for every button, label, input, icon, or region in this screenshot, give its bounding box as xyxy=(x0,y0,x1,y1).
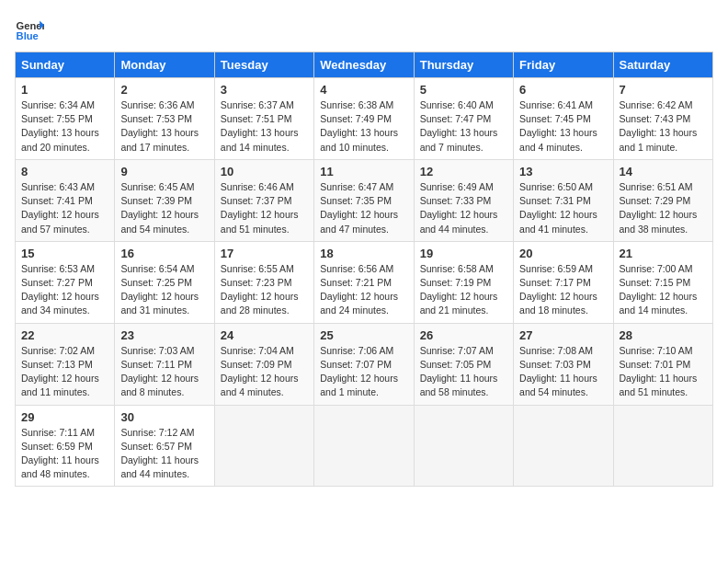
day-info: Sunrise: 6:54 AMSunset: 7:25 PMDaylight:… xyxy=(120,262,208,318)
day-info: Sunrise: 7:08 AMSunset: 7:03 PMDaylight:… xyxy=(519,344,607,400)
week-row-4: 22 Sunrise: 7:02 AMSunset: 7:13 PMDaylig… xyxy=(16,323,713,405)
day-info: Sunrise: 6:45 AMSunset: 7:39 PMDaylight:… xyxy=(120,180,208,236)
day-number: 26 xyxy=(420,328,507,342)
day-number: 29 xyxy=(21,410,108,424)
day-cell: 9 Sunrise: 6:45 AMSunset: 7:39 PMDayligh… xyxy=(115,159,214,241)
day-cell: 17 Sunrise: 6:55 AMSunset: 7:23 PMDaylig… xyxy=(214,241,313,323)
col-header-monday: Monday xyxy=(115,52,214,78)
day-cell: 23 Sunrise: 7:03 AMSunset: 7:11 PMDaylig… xyxy=(115,323,214,405)
day-number: 14 xyxy=(620,165,707,178)
day-cell: 5 Sunrise: 6:40 AMSunset: 7:47 PMDayligh… xyxy=(414,78,513,160)
day-info: Sunrise: 6:38 AMSunset: 7:49 PMDaylight:… xyxy=(320,98,407,155)
day-info: Sunrise: 7:04 AMSunset: 7:09 PMDaylight:… xyxy=(221,344,308,400)
day-cell: 15 Sunrise: 6:53 AMSunset: 7:27 PMDaylig… xyxy=(16,241,115,323)
day-cell xyxy=(414,405,513,487)
day-cell: 10 Sunrise: 6:46 AMSunset: 7:37 PMDaylig… xyxy=(214,159,313,241)
day-number: 27 xyxy=(519,328,607,342)
day-cell: 28 Sunrise: 7:10 AMSunset: 7:01 PMDaylig… xyxy=(613,323,712,405)
day-info: Sunrise: 6:36 AMSunset: 7:53 PMDaylight:… xyxy=(120,98,208,155)
day-info: Sunrise: 6:47 AMSunset: 7:35 PMDaylight:… xyxy=(320,180,407,236)
day-cell xyxy=(314,405,414,487)
day-info: Sunrise: 6:49 AMSunset: 7:33 PMDaylight:… xyxy=(420,180,507,236)
week-row-2: 8 Sunrise: 6:43 AMSunset: 7:41 PMDayligh… xyxy=(16,159,713,241)
day-number: 13 xyxy=(519,165,607,178)
day-cell: 11 Sunrise: 6:47 AMSunset: 7:35 PMDaylig… xyxy=(314,159,414,241)
day-cell: 19 Sunrise: 6:58 AMSunset: 7:19 PMDaylig… xyxy=(414,241,513,323)
day-cell: 24 Sunrise: 7:04 AMSunset: 7:09 PMDaylig… xyxy=(214,323,313,405)
day-info: Sunrise: 6:53 AMSunset: 7:27 PMDaylight:… xyxy=(21,262,108,318)
day-number: 22 xyxy=(21,328,108,342)
day-cell: 18 Sunrise: 6:56 AMSunset: 7:21 PMDaylig… xyxy=(314,241,414,323)
day-number: 11 xyxy=(320,165,407,178)
page-header: General Blue xyxy=(15,15,713,44)
day-cell: 25 Sunrise: 7:06 AMSunset: 7:07 PMDaylig… xyxy=(314,323,414,405)
week-row-5: 29 Sunrise: 7:11 AMSunset: 6:59 PMDaylig… xyxy=(16,405,713,487)
day-cell: 27 Sunrise: 7:08 AMSunset: 7:03 PMDaylig… xyxy=(514,323,613,405)
col-header-wednesday: Wednesday xyxy=(314,52,414,78)
calendar-table: SundayMondayTuesdayWednesdayThursdayFrid… xyxy=(15,52,713,487)
day-cell: 6 Sunrise: 6:41 AMSunset: 7:45 PMDayligh… xyxy=(514,78,613,160)
day-number: 1 xyxy=(21,83,108,97)
day-info: Sunrise: 6:42 AMSunset: 7:43 PMDaylight:… xyxy=(620,98,707,155)
day-cell xyxy=(613,405,712,487)
day-number: 16 xyxy=(120,247,208,260)
day-cell: 7 Sunrise: 6:42 AMSunset: 7:43 PMDayligh… xyxy=(613,78,712,160)
day-number: 9 xyxy=(120,165,208,178)
day-cell: 20 Sunrise: 6:59 AMSunset: 7:17 PMDaylig… xyxy=(514,241,613,323)
day-number: 17 xyxy=(221,247,308,260)
logo-icon: General Blue xyxy=(15,15,44,44)
day-number: 25 xyxy=(320,328,407,342)
day-cell: 3 Sunrise: 6:37 AMSunset: 7:51 PMDayligh… xyxy=(214,78,313,160)
day-number: 4 xyxy=(320,83,407,97)
svg-text:Blue: Blue xyxy=(17,30,39,41)
day-cell: 29 Sunrise: 7:11 AMSunset: 6:59 PMDaylig… xyxy=(16,405,115,487)
day-cell: 26 Sunrise: 7:07 AMSunset: 7:05 PMDaylig… xyxy=(414,323,513,405)
day-number: 6 xyxy=(519,83,607,97)
day-cell: 30 Sunrise: 7:12 AMSunset: 6:57 PMDaylig… xyxy=(115,405,214,487)
day-info: Sunrise: 6:46 AMSunset: 7:37 PMDaylight:… xyxy=(221,180,308,236)
col-header-sunday: Sunday xyxy=(16,52,115,78)
day-number: 23 xyxy=(120,328,208,342)
day-cell: 1 Sunrise: 6:34 AMSunset: 7:55 PMDayligh… xyxy=(16,78,115,160)
day-number: 2 xyxy=(120,83,208,97)
day-info: Sunrise: 7:11 AMSunset: 6:59 PMDaylight:… xyxy=(21,426,108,482)
day-info: Sunrise: 7:06 AMSunset: 7:07 PMDaylight:… xyxy=(320,344,407,400)
day-number: 15 xyxy=(21,247,108,260)
day-info: Sunrise: 6:43 AMSunset: 7:41 PMDaylight:… xyxy=(21,180,108,236)
day-info: Sunrise: 6:59 AMSunset: 7:17 PMDaylight:… xyxy=(519,262,607,318)
day-number: 10 xyxy=(221,165,308,178)
day-cell: 13 Sunrise: 6:50 AMSunset: 7:31 PMDaylig… xyxy=(514,159,613,241)
col-header-friday: Friday xyxy=(514,52,613,78)
day-info: Sunrise: 7:07 AMSunset: 7:05 PMDaylight:… xyxy=(420,344,507,400)
col-header-saturday: Saturday xyxy=(613,52,712,78)
day-number: 20 xyxy=(519,247,607,260)
day-number: 3 xyxy=(221,83,308,97)
day-number: 19 xyxy=(420,247,507,260)
day-info: Sunrise: 6:58 AMSunset: 7:19 PMDaylight:… xyxy=(420,262,507,318)
week-row-3: 15 Sunrise: 6:53 AMSunset: 7:27 PMDaylig… xyxy=(16,241,713,323)
week-row-1: 1 Sunrise: 6:34 AMSunset: 7:55 PMDayligh… xyxy=(16,78,713,160)
col-header-tuesday: Tuesday xyxy=(214,52,313,78)
day-cell: 4 Sunrise: 6:38 AMSunset: 7:49 PMDayligh… xyxy=(314,78,414,160)
day-info: Sunrise: 6:50 AMSunset: 7:31 PMDaylight:… xyxy=(519,180,607,236)
day-number: 24 xyxy=(221,328,308,342)
day-number: 8 xyxy=(21,165,108,178)
day-info: Sunrise: 7:03 AMSunset: 7:11 PMDaylight:… xyxy=(120,344,208,400)
day-info: Sunrise: 6:37 AMSunset: 7:51 PMDaylight:… xyxy=(221,98,308,155)
day-cell: 21 Sunrise: 7:00 AMSunset: 7:15 PMDaylig… xyxy=(613,241,712,323)
day-info: Sunrise: 7:12 AMSunset: 6:57 PMDaylight:… xyxy=(120,426,208,482)
day-info: Sunrise: 6:40 AMSunset: 7:47 PMDaylight:… xyxy=(420,98,507,155)
day-info: Sunrise: 7:10 AMSunset: 7:01 PMDaylight:… xyxy=(620,344,707,400)
day-cell: 22 Sunrise: 7:02 AMSunset: 7:13 PMDaylig… xyxy=(16,323,115,405)
day-number: 28 xyxy=(620,328,707,342)
day-number: 18 xyxy=(320,247,407,260)
day-info: Sunrise: 7:00 AMSunset: 7:15 PMDaylight:… xyxy=(620,262,707,318)
day-info: Sunrise: 7:02 AMSunset: 7:13 PMDaylight:… xyxy=(21,344,108,400)
logo: General Blue xyxy=(15,15,44,44)
day-info: Sunrise: 6:55 AMSunset: 7:23 PMDaylight:… xyxy=(221,262,308,318)
day-cell xyxy=(214,405,313,487)
day-cell: 16 Sunrise: 6:54 AMSunset: 7:25 PMDaylig… xyxy=(115,241,214,323)
day-info: Sunrise: 6:34 AMSunset: 7:55 PMDaylight:… xyxy=(21,98,108,155)
day-cell: 8 Sunrise: 6:43 AMSunset: 7:41 PMDayligh… xyxy=(16,159,115,241)
day-cell xyxy=(514,405,613,487)
